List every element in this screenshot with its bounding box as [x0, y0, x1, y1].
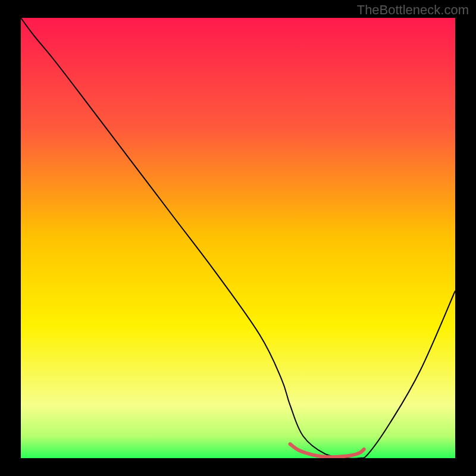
plot-area — [21, 18, 455, 458]
curve-layer — [21, 18, 455, 458]
bottleneck-curve-path — [21, 18, 455, 458]
watermark-text: TheBottleneck.com — [357, 2, 469, 18]
